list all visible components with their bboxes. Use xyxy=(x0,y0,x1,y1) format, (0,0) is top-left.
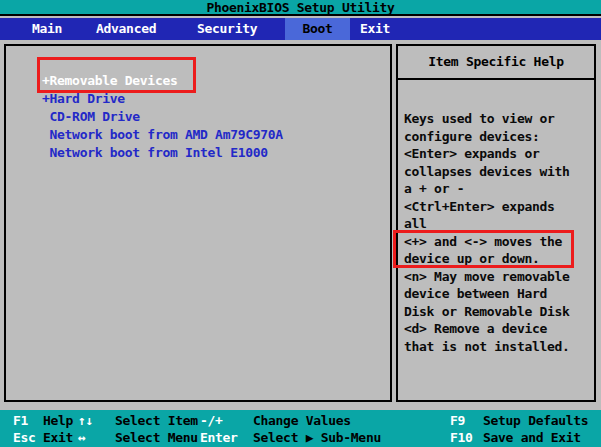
key-legend-row-2: Esc Exit ↔ Select Menu Enter Select ▶ Su… xyxy=(0,429,601,446)
legend-select-submenu: Select ▶ Sub-Menu xyxy=(253,429,381,446)
legend-change-values: Change Values xyxy=(253,412,351,429)
key-minus-plus: -/+ xyxy=(200,412,223,429)
legend-select-item: Select Item xyxy=(115,412,198,429)
boot-item-network-intel[interactable]: Network boot from Intel E1000 xyxy=(42,144,283,162)
key-arrows-updown-icon: ↑↓ xyxy=(78,412,93,429)
help-line: Keys used to view or xyxy=(404,110,594,128)
page-title: PhoenixBIOS Setup Utility xyxy=(206,0,394,15)
tab-exit[interactable]: Exit xyxy=(360,18,390,40)
key-f9: F9 xyxy=(450,412,465,429)
key-arrows-leftright-icon: ↔ xyxy=(78,429,86,446)
help-panel-title: Item Specific Help xyxy=(398,46,594,80)
help-line: configure devices: xyxy=(404,128,594,146)
help-line: that is not installed. xyxy=(404,338,594,356)
key-enter: Enter xyxy=(200,429,238,446)
tab-security[interactable]: Security xyxy=(197,18,257,40)
key-f10: F10 xyxy=(450,429,473,446)
menu-bar: Main Advanced Security Boot Exit xyxy=(0,18,601,40)
legend-help: Help xyxy=(43,412,73,429)
tab-main[interactable]: Main xyxy=(32,18,62,40)
legend-exit: Exit xyxy=(43,429,73,446)
boot-item-cdrom-drive[interactable]: CD-ROM Drive xyxy=(42,108,283,126)
bios-setup-screen: PhoenixBIOS Setup Utility Main Advanced … xyxy=(0,0,601,447)
legend-setup-defaults: Setup Defaults xyxy=(483,412,588,429)
help-line: a + or - xyxy=(404,180,594,198)
legend-save-and-exit: Save and Exit xyxy=(483,429,581,446)
tab-advanced[interactable]: Advanced xyxy=(96,18,156,40)
tab-boot[interactable]: Boot xyxy=(285,18,350,40)
help-line: <Ctrl+Enter> expands xyxy=(404,198,594,216)
boot-order-panel: +Removable Devices +Hard Drive CD-ROM Dr… xyxy=(4,44,392,402)
help-line: <d> Remove a device xyxy=(404,320,594,338)
help-line: collapses devices with xyxy=(404,163,594,181)
key-f1: F1 xyxy=(13,412,28,429)
boot-item-network-amd[interactable]: Network boot from AMD Am79C970A xyxy=(42,126,283,144)
help-line: device between Hard xyxy=(404,285,594,303)
help-line: <n> May move removable xyxy=(404,268,594,286)
item-specific-help-panel: Item Specific Help Keys used to view or … xyxy=(396,44,596,402)
key-legend-row-1: F1 Help ↑↓ Select Item -/+ Change Values… xyxy=(0,412,601,429)
key-legend-bar: F1 Help ↑↓ Select Item -/+ Change Values… xyxy=(0,410,601,447)
annotation-box-removable-devices xyxy=(37,57,196,93)
help-line: <Enter> expands or xyxy=(404,145,594,163)
annotation-box-move-keys xyxy=(393,230,574,268)
key-esc: Esc xyxy=(13,429,36,446)
legend-select-menu: Select Menu xyxy=(115,429,198,446)
help-line: Disk or Removable Disk xyxy=(404,303,594,321)
title-bar: PhoenixBIOS Setup Utility xyxy=(0,0,601,16)
